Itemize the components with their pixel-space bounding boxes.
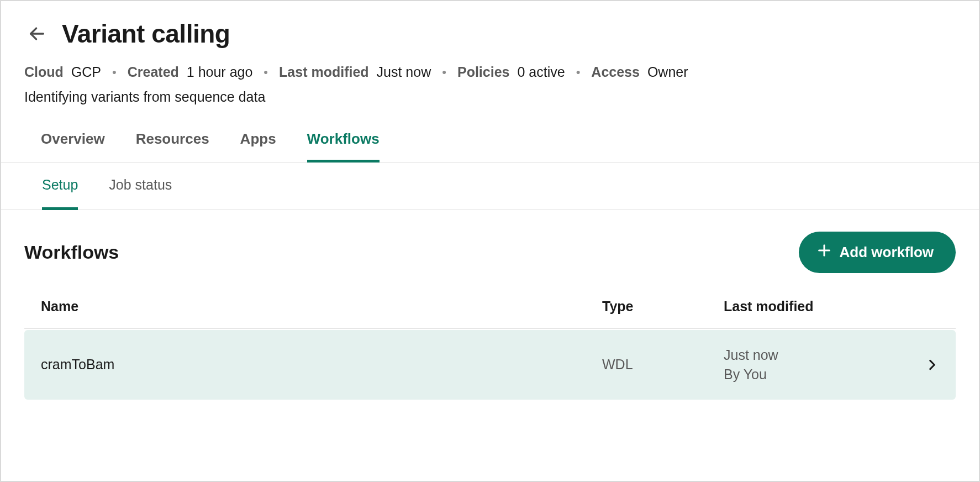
meta-separator: • <box>260 65 271 80</box>
workflows-table: Name Type Last modified cramToBam WDL Ju… <box>24 297 956 400</box>
chevron-right-icon <box>895 358 939 372</box>
table-row[interactable]: cramToBam WDL Just now By You <box>24 330 956 400</box>
subtab-job-status[interactable]: Job status <box>109 163 172 210</box>
meta-lastmod-label: Last modified <box>279 64 369 80</box>
section-head: Workflows Add workflow <box>24 232 956 273</box>
meta-cloud-label: Cloud <box>24 64 64 80</box>
workspace-description: Identifying variants from sequence data <box>1 83 979 119</box>
section-title: Workflows <box>24 242 119 263</box>
meta-policies-label: Policies <box>457 64 510 80</box>
col-header-type: Type <box>602 298 724 315</box>
meta-created-value: 1 hour ago <box>187 64 253 80</box>
meta-access-value: Owner <box>647 64 688 80</box>
tab-resources[interactable]: Resources <box>136 119 209 163</box>
col-header-name: Name <box>41 298 602 315</box>
meta-separator: • <box>439 65 450 80</box>
meta-created-label: Created <box>128 64 179 80</box>
meta-cloud-value: GCP <box>71 64 101 80</box>
meta-row: Cloud GCP • Created 1 hour ago • Last mo… <box>1 54 979 83</box>
meta-lastmod-value: Just now <box>377 64 431 80</box>
tab-workflows[interactable]: Workflows <box>307 119 380 163</box>
page-frame: Variant calling Cloud GCP • Created 1 ho… <box>1 1 979 400</box>
workflows-section: Workflows Add workflow Name Type Last mo… <box>1 209 979 400</box>
workflow-last-modified-time: Just now <box>724 345 895 365</box>
workflow-last-modified: Just now By You <box>724 345 895 384</box>
plus-icon <box>816 243 832 262</box>
table-header-row: Name Type Last modified <box>24 297 956 329</box>
back-arrow-icon[interactable] <box>28 24 46 43</box>
subtab-setup[interactable]: Setup <box>42 163 78 210</box>
workflow-last-modified-by: By You <box>724 365 895 384</box>
add-workflow-button[interactable]: Add workflow <box>799 232 956 273</box>
col-header-last-modified: Last modified <box>724 297 895 316</box>
tab-apps[interactable]: Apps <box>240 119 276 163</box>
meta-access-label: Access <box>591 64 640 80</box>
secondary-tabs: Setup Job status <box>1 163 979 210</box>
meta-separator: • <box>109 65 120 80</box>
tab-overview[interactable]: Overview <box>41 119 105 163</box>
meta-policies-value: 0 active <box>517 64 565 80</box>
meta-separator: • <box>573 65 584 80</box>
workflow-type: WDL <box>602 357 724 373</box>
header-row: Variant calling <box>1 1 979 54</box>
workflow-name: cramToBam <box>41 357 602 373</box>
page-title: Variant calling <box>62 19 230 49</box>
add-workflow-label: Add workflow <box>840 244 934 261</box>
primary-tabs: Overview Resources Apps Workflows <box>1 119 979 163</box>
